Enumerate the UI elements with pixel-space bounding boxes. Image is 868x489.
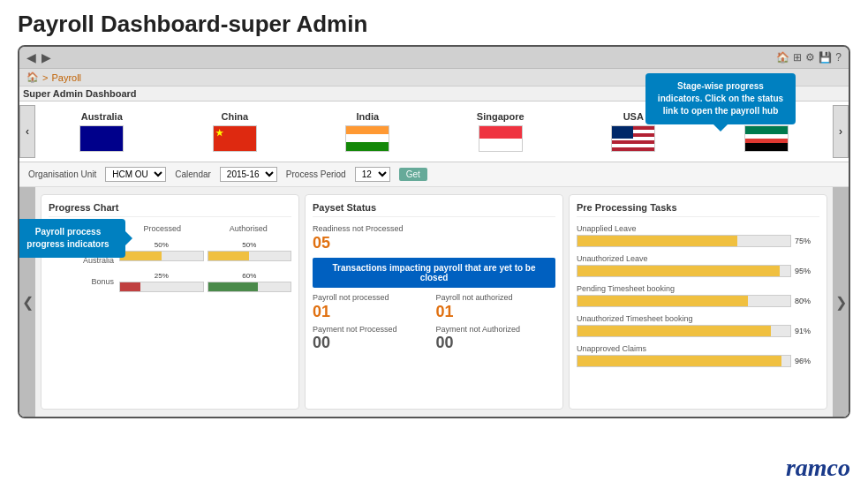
org-unit-label: Organisation Unit: [28, 169, 96, 179]
task-bar-track-4: [577, 355, 791, 367]
grid-icon[interactable]: ⊞: [793, 51, 802, 64]
task-row-2: Pending Timesheet booking 80%: [577, 284, 819, 307]
flag-australia: [79, 125, 124, 152]
task-bar-wrap-4: 96%: [577, 355, 819, 367]
save-icon[interactable]: 💾: [819, 51, 832, 64]
task-row-0: Unapplied Leave 75%: [577, 224, 819, 247]
payset-status-panel: Payset Status Readiness not Processed 05…: [305, 194, 563, 410]
org-unit-select[interactable]: HCM OU: [105, 167, 166, 182]
payset-readiness-label: Readiness not Processed: [313, 224, 555, 234]
flag-usa: [611, 125, 655, 152]
help-icon[interactable]: ?: [835, 51, 842, 64]
task-label-2: Pending Timesheet booking: [577, 284, 819, 293]
country-next-btn[interactable]: ›: [833, 105, 849, 158]
task-pct-4: 96%: [795, 357, 819, 365]
filter-bar: Organisation Unit HCM OU Calendar 2015-1…: [19, 162, 849, 187]
task-row-4: Unapproved Claims 96%: [577, 344, 819, 367]
payset-payment-not-processed: Payment not Processed 00: [313, 325, 433, 353]
bar-pct-auth-0: 50%: [208, 241, 292, 249]
task-bar-wrap-1: 95%: [577, 265, 819, 277]
task-pct-3: 91%: [795, 327, 819, 335]
payset-status-title: Payset Status: [313, 202, 555, 217]
task-label-0: Unapplied Leave: [577, 224, 819, 233]
ramco-logo: ramco: [786, 454, 850, 482]
bar-group-auth-0: 50%: [208, 241, 292, 261]
calendar-select[interactable]: 2015-16: [220, 167, 277, 182]
task-bar-track-2: [577, 295, 791, 307]
task-bar-fill-4: [577, 356, 781, 366]
task-bar-fill-1: [577, 266, 780, 276]
task-bar-wrap-0: 75%: [577, 235, 819, 247]
task-label-3: Unauthorized Timesheet booking: [577, 314, 819, 323]
right-nav-btn[interactable]: ❯: [833, 187, 849, 417]
task-label-4: Unapproved Claims: [577, 344, 819, 353]
bar-fill-auth-1: [208, 282, 258, 291]
payset-payroll-not-processed: Payroll not processed 01: [313, 293, 433, 321]
payment-not-processed-label: Payment not Processed: [313, 325, 433, 335]
bar-pct-auth-1: 60%: [208, 272, 292, 280]
payment-not-auth-value[interactable]: 00: [436, 334, 556, 352]
settings-icon[interactable]: ⚙: [805, 51, 815, 64]
tab-india[interactable]: India: [328, 108, 407, 155]
task-row-3: Unauthorized Timesheet booking 91%: [577, 314, 819, 337]
flag-china: ★: [213, 125, 257, 152]
calendar-label: Calendar: [175, 169, 211, 179]
page-title: Payroll Dashboard-super Admin: [0, 0, 868, 45]
flag-south-africa: [744, 125, 789, 152]
bar-fill-auth-0: [208, 252, 250, 260]
task-pct-0: 75%: [795, 237, 819, 245]
tab-china[interactable]: China ★: [195, 108, 275, 155]
browser-bar: ◀ ▶ 🏠 ⊞ ⚙ 💾 ?: [19, 47, 849, 69]
back-icon[interactable]: ◀: [26, 50, 36, 64]
process-period-label: Process Period: [286, 169, 346, 179]
task-bar-track-0: [577, 235, 791, 247]
payset-payment-not-auth: Payment not Authorized 00: [436, 325, 556, 353]
payroll-not-auth-value[interactable]: 01: [436, 303, 556, 321]
main-content: ❮ Progress Chart Processed Authorised Pa…: [19, 187, 849, 417]
home-toolbar-icon[interactable]: 🏠: [776, 51, 789, 64]
bar-pct-processed-1: 25%: [119, 272, 204, 280]
task-bar-fill-3: [577, 326, 771, 336]
bar-track-auth-0: [208, 251, 292, 261]
task-row-1: Unauthorized Leave 95%: [577, 254, 819, 277]
payment-not-auth-label: Payment not Authorized: [436, 325, 556, 335]
flag-india: [345, 125, 389, 152]
country-prev-btn[interactable]: ‹: [19, 105, 35, 158]
tab-australia[interactable]: Australia: [62, 108, 141, 155]
bar-track-auth-1: [208, 282, 292, 292]
task-pct-1: 95%: [795, 267, 819, 275]
bar-track-processed-0: [119, 251, 204, 261]
process-period-select[interactable]: 12: [355, 167, 390, 182]
payset-readiness-value[interactable]: 05: [313, 234, 555, 252]
tab-singapore[interactable]: Singapore: [461, 108, 540, 155]
bar-group-auth-1: 60%: [208, 272, 292, 292]
bar-group-processed-1: 25%: [119, 272, 204, 292]
home-icon[interactable]: 🏠: [26, 71, 39, 83]
payroll-not-processed-label: Payroll not processed: [313, 293, 433, 303]
task-bar-wrap-2: 80%: [577, 295, 819, 307]
task-bar-fill-2: [577, 296, 748, 306]
task-bar-track-3: [577, 325, 791, 337]
payment-not-processed-value[interactable]: 00: [313, 334, 433, 352]
payroll-not-auth-label: Payroll not authorized: [436, 293, 556, 303]
pre-processing-title: Pre Processing Tasks: [577, 202, 819, 217]
bar-container-1: 25% 60%: [119, 272, 291, 292]
browser-frame: Stage-wise progress indicators. Click on…: [18, 45, 850, 418]
task-pct-2: 80%: [795, 297, 819, 305]
task-bar-fill-0: [577, 236, 737, 246]
task-bar-track-1: [577, 265, 791, 277]
get-button[interactable]: Get: [399, 168, 427, 181]
bar-fill-processed-1: [120, 282, 140, 291]
progress-chart-title: Progress Chart: [49, 202, 291, 217]
payset-payroll-not-auth: Payroll not authorized 01: [436, 293, 556, 321]
breadcrumb-page[interactable]: Payroll: [51, 72, 81, 83]
payroll-not-processed-value[interactable]: 01: [313, 303, 433, 321]
panels-area: Progress Chart Processed Authorised Payr…: [35, 187, 833, 417]
bubble-payroll-progress: Payroll process progress indicators: [18, 219, 125, 258]
forward-icon[interactable]: ▶: [42, 50, 51, 64]
flag-singapore: [479, 125, 523, 152]
authorised-header: Authorised: [206, 224, 292, 233]
pre-processing-panel: Pre Processing Tasks Unapplied Leave 75%…: [569, 194, 827, 410]
chart-label-1: Bonus: [49, 277, 119, 287]
task-bar-wrap-3: 91%: [577, 325, 819, 337]
